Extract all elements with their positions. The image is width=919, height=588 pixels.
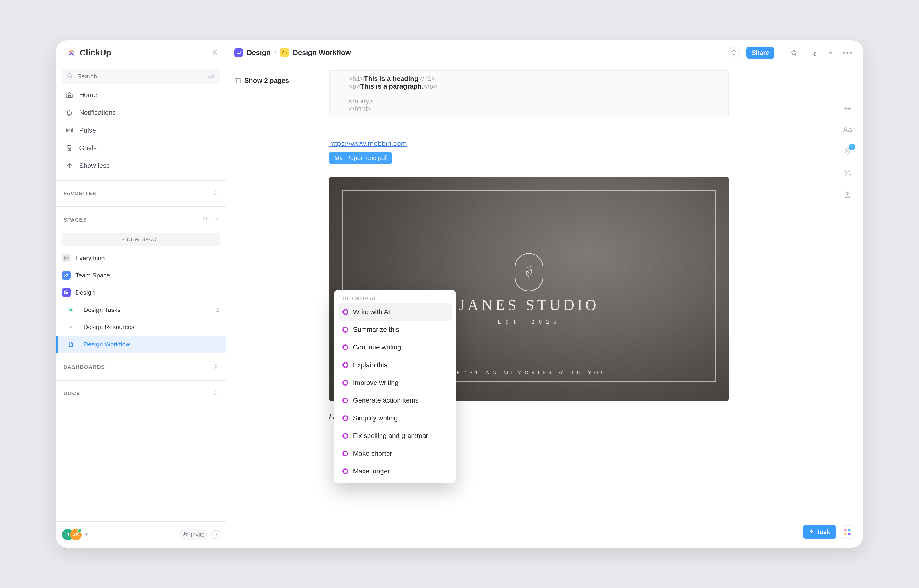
new-space-label: + NEW SPACE	[122, 236, 160, 242]
invite-label: Invite	[191, 531, 205, 538]
ai-continue[interactable]: Continue writing	[338, 339, 451, 356]
nav-goals[interactable]: Goals	[62, 139, 220, 157]
clickup-logo-icon	[67, 48, 76, 57]
ai-item-label: Make shorter	[353, 450, 392, 457]
typography-icon[interactable]: Aa	[843, 126, 852, 134]
code-tag: </html>	[349, 105, 371, 113]
status-dot-icon	[70, 309, 72, 311]
nav-label: Home	[79, 91, 97, 99]
space-icon	[234, 48, 243, 57]
nav-home[interactable]: Home	[62, 86, 220, 103]
spaces-tree: Everything Team Space Design Desig	[56, 249, 226, 354]
sidebar-header: ClickUp	[56, 40, 226, 65]
nav-notifications[interactable]: Notifications	[62, 104, 220, 121]
section-header-favorites[interactable]: FAVORITES	[56, 181, 226, 207]
brand-logo[interactable]: ClickUp	[67, 48, 111, 57]
breadcrumb-item[interactable]: Design Workflow	[293, 48, 351, 57]
apps-button[interactable]	[841, 525, 854, 539]
search-box[interactable]: ⌘K	[62, 69, 220, 84]
active-indicator	[56, 336, 58, 353]
tree-child-design-workflow[interactable]: Design Workflow	[56, 336, 226, 353]
code-tag: </body>	[349, 97, 373, 105]
ai-fix-spelling[interactable]: Fix spelling and grammar	[338, 427, 451, 445]
ai-write-with-ai[interactable]: Write with AI	[338, 303, 451, 321]
share-label: Share	[752, 49, 769, 56]
avatars[interactable]: J JS	[62, 529, 82, 540]
ai-item-label: Generate action items	[353, 397, 419, 404]
app-window: ClickUp ⌘K Home	[56, 40, 863, 548]
star-icon[interactable]	[788, 47, 799, 58]
ai-action-items[interactable]: Generate action items	[338, 392, 451, 409]
attachment-chip[interactable]: My_Paper_doc.pdf	[329, 152, 392, 164]
search-spaces-icon[interactable]	[203, 216, 209, 223]
collapse-sidebar-icon[interactable]	[211, 48, 219, 57]
document-icon	[67, 341, 74, 347]
help-button[interactable]: ?	[211, 530, 220, 539]
section-spaces: SPACES + NEW SPACE Everything	[56, 207, 226, 354]
section-header-docs[interactable]: DOCS	[56, 381, 226, 406]
ai-shorter[interactable]: Make shorter	[338, 445, 451, 462]
home-icon	[65, 91, 73, 99]
svg-point-7	[65, 274, 66, 276]
chevron-right-icon	[212, 390, 218, 397]
pages-toggle[interactable]: Show 2 pages	[234, 77, 289, 84]
breadcrumb-item[interactable]: Design	[247, 48, 271, 57]
code-block[interactable]: <h1>This is a heading</h1> <p>This is a …	[329, 70, 729, 118]
tree-everything[interactable]: Everything	[56, 249, 226, 267]
more-icon[interactable]: •••	[843, 48, 853, 57]
ai-improve[interactable]: Improve writing	[338, 374, 451, 392]
expand-icon[interactable]	[843, 103, 852, 113]
section-dashboards: DASHBOARDS	[56, 354, 226, 380]
plus-icon	[809, 528, 814, 536]
download-icon[interactable]	[825, 47, 836, 58]
link-relations-icon[interactable]	[843, 146, 852, 156]
bottom-right-actions: Task	[803, 525, 854, 539]
ai-explain[interactable]: Explain this	[338, 356, 451, 374]
breadcrumb-sep: /	[275, 48, 277, 57]
chevron-down-icon[interactable]	[213, 216, 218, 223]
tree-child-label: Design Resources	[84, 323, 134, 331]
nav-show-less[interactable]: Show less	[62, 157, 220, 174]
tree-label: Everything	[75, 255, 105, 262]
magic-wand-icon[interactable]	[843, 168, 852, 178]
topbar: Design / Design Workflow Share •••	[226, 40, 863, 65]
document-link[interactable]: https://www.mobbin.com	[329, 139, 829, 148]
image-title: JANES STUDIO	[459, 296, 599, 314]
ai-longer[interactable]: Make longer	[338, 462, 451, 480]
search-input[interactable]	[77, 73, 129, 81]
svg-point-2	[204, 217, 207, 220]
sidebar-nav: Home Notifications Pulse Goals Show less	[56, 84, 226, 180]
share-button[interactable]: Share	[746, 47, 774, 59]
code-tag: </p>	[424, 82, 437, 90]
tree-child-design-tasks[interactable]: Design Tasks 2	[56, 301, 226, 318]
arrow-up-icon	[65, 162, 73, 170]
svg-point-10	[184, 532, 186, 534]
section-header-spaces[interactable]: SPACES	[56, 207, 226, 233]
new-space-button[interactable]: + NEW SPACE	[62, 233, 220, 246]
ai-icon	[343, 327, 348, 333]
new-task-button[interactable]: Task	[803, 525, 836, 539]
search-shortcut: ⌘K	[208, 73, 215, 79]
chevron-right-icon	[212, 363, 218, 371]
avatar: JS	[70, 529, 82, 540]
tree-label: Team Space	[75, 272, 110, 279]
plant-logo-icon	[515, 253, 543, 291]
ai-simplify[interactable]: Simplify writing	[338, 409, 451, 427]
brand-name: ClickUp	[80, 48, 111, 57]
folder-icon	[280, 48, 289, 57]
trophy-icon	[65, 144, 73, 152]
hexagon-icon[interactable]	[728, 47, 740, 58]
caret-down-icon[interactable]	[84, 533, 88, 536]
tree-team-space[interactable]: Team Space	[56, 267, 226, 284]
comment-icon[interactable]	[806, 47, 818, 58]
tree-child-design-resources[interactable]: Design Resources	[56, 318, 226, 336]
tree-design[interactable]: Design	[56, 284, 226, 301]
section-header-dashboards[interactable]: DASHBOARDS	[56, 354, 226, 380]
ai-summarize[interactable]: Summarize this	[338, 321, 451, 339]
invite-button[interactable]: Invite	[180, 529, 208, 540]
svg-point-0	[68, 74, 71, 77]
nav-pulse[interactable]: Pulse	[62, 122, 220, 139]
sidebar-footer: J JS Invite ?	[56, 521, 226, 548]
code-text: This is a paragraph.	[360, 82, 424, 90]
export-icon[interactable]	[843, 190, 852, 200]
